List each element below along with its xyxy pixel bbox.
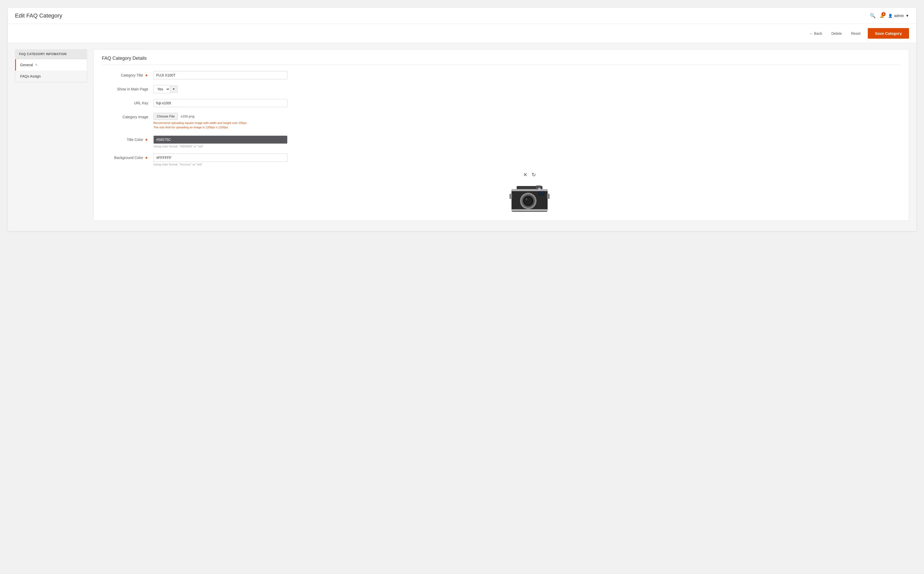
url-key-row: URL Key xyxy=(102,99,900,107)
select-arrow-button[interactable]: ▼ xyxy=(170,85,178,93)
svg-rect-15 xyxy=(547,194,550,199)
background-color-row: Background Color ★ Using color format: "… xyxy=(102,153,900,166)
url-key-label: URL Key xyxy=(102,99,153,105)
svg-rect-9 xyxy=(539,191,544,195)
background-color-control: Using color format: "#cccccc" or "red" xyxy=(153,153,287,166)
sidebar-item-faqs-assign-label: FAQs Assign xyxy=(20,74,41,78)
category-title-row: Category Title ★ xyxy=(102,71,900,79)
sidebar-item-general[interactable]: General ✎ xyxy=(15,59,87,71)
required-star-title-color: ★ xyxy=(145,137,148,142)
back-arrow-icon: ← xyxy=(810,32,813,36)
user-name: admin xyxy=(894,14,904,18)
title-color-input[interactable] xyxy=(153,136,287,144)
remove-icon: ✕ xyxy=(523,172,528,178)
delete-button[interactable]: Delete xyxy=(829,30,844,36)
main-content: FAQ CATEGORY INFOMATION General ✎ FAQs A… xyxy=(8,43,916,231)
chevron-down-icon: ▼ xyxy=(905,14,909,18)
reset-button[interactable]: Reset xyxy=(849,30,862,36)
svg-point-7 xyxy=(525,198,528,200)
user-icon: 👤 xyxy=(888,14,892,18)
image-controls: ✕ ↻ xyxy=(523,172,536,178)
sidebar-nav: General ✎ FAQs Assign xyxy=(15,59,87,82)
image-preview-area: ✕ ↻ xyxy=(102,172,900,214)
form-panel: FAQ Category Details Category Title ★ Sh… xyxy=(93,49,909,221)
category-title-label: Category Title ★ xyxy=(102,71,153,77)
file-name: x100.png xyxy=(180,114,194,118)
header-actions: 🔍 🔔 4 👤 admin ▼ xyxy=(870,13,909,19)
user-menu[interactable]: 👤 admin ▼ xyxy=(888,14,909,18)
notification-badge: 4 xyxy=(881,12,886,16)
camera-image xyxy=(509,181,550,214)
required-star: ★ xyxy=(145,73,148,77)
svg-rect-2 xyxy=(512,189,548,191)
category-title-control xyxy=(153,71,287,79)
back-label: Back xyxy=(814,32,822,36)
sidebar-item-faqs-assign[interactable]: FAQs Assign xyxy=(15,71,87,82)
title-color-hint: Using color format: "#000000" or "red" xyxy=(153,145,287,148)
save-category-button[interactable]: Save Category xyxy=(868,28,909,39)
url-key-input[interactable] xyxy=(153,99,287,107)
show-main-page-select-wrapper: Yes No ▼ xyxy=(153,85,287,93)
background-color-label: Background Color ★ xyxy=(102,153,153,160)
page-wrapper: Edit FAQ Category 🔍 🔔 4 👤 admin ▼ ← Back… xyxy=(8,8,916,231)
page-title: Edit FAQ Category xyxy=(15,13,62,19)
svg-point-12 xyxy=(538,188,540,191)
top-header: Edit FAQ Category 🔍 🔔 4 👤 admin ▼ xyxy=(8,8,916,24)
required-star-bg-color: ★ xyxy=(145,156,148,160)
search-icon[interactable]: 🔍 xyxy=(870,13,875,19)
title-color-row: Title Color ★ Using color format: "#0000… xyxy=(102,136,900,148)
notification-wrapper[interactable]: 🔔 4 xyxy=(880,14,884,18)
show-main-page-label: Show in Main Page xyxy=(102,85,153,91)
reset-icon: ↻ xyxy=(532,172,536,178)
remove-image-button[interactable]: ✕ xyxy=(523,172,528,178)
edit-icon[interactable]: ✎ xyxy=(35,63,38,67)
sidebar-item-general-label: General xyxy=(20,63,33,67)
file-input-wrapper: Choose File x100.png xyxy=(153,113,287,120)
choose-file-button[interactable]: Choose File xyxy=(153,113,178,120)
back-button[interactable]: ← Back xyxy=(807,30,824,36)
category-image-control: Choose File x100.png Recommend uploading… xyxy=(153,113,287,130)
title-color-control: Using color format: "#000000" or "red" xyxy=(153,136,287,148)
file-hint-line2: The size limit for uploading an image is… xyxy=(153,125,287,129)
background-color-input[interactable] xyxy=(153,153,287,162)
show-main-page-row: Show in Main Page Yes No ▼ xyxy=(102,85,900,93)
file-hint-line1: Recommend uploading square image with wi… xyxy=(153,121,287,125)
category-title-input[interactable] xyxy=(153,71,287,79)
delete-label: Delete xyxy=(831,32,842,36)
sidebar: FAQ CATEGORY INFOMATION General ✎ FAQs A… xyxy=(15,49,87,221)
file-hint: Recommend uploading square image with wi… xyxy=(153,121,287,130)
sidebar-section-title: FAQ CATEGORY INFOMATION xyxy=(15,49,87,59)
background-color-hint: Using color format: "#cccccc" or "red" xyxy=(153,163,287,166)
category-image-label: Category Image xyxy=(102,113,153,119)
form-section-title: FAQ Category Details xyxy=(102,56,900,65)
title-color-label: Title Color ★ xyxy=(102,136,153,142)
reset-label: Reset xyxy=(851,32,861,36)
show-main-page-control: Yes No ▼ xyxy=(153,85,287,93)
action-toolbar: ← Back Delete Reset Save Category xyxy=(8,24,916,43)
reset-image-button[interactable]: ↻ xyxy=(532,172,536,178)
svg-rect-14 xyxy=(509,194,512,199)
svg-rect-13 xyxy=(512,209,548,211)
category-image-row: Category Image Choose File x100.png Reco… xyxy=(102,113,900,130)
url-key-control xyxy=(153,99,287,107)
show-main-page-select[interactable]: Yes No xyxy=(153,85,170,93)
